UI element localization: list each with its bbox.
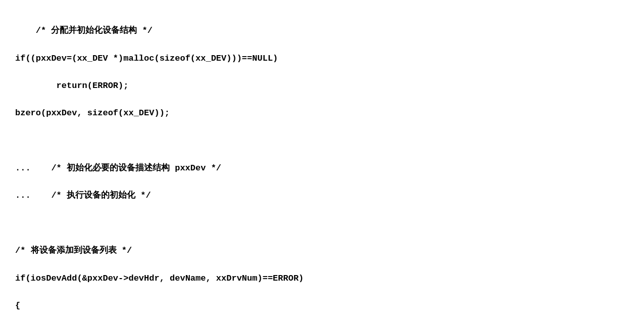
code-line-2: if((pxxDev=(xx_DEV *)malloc(sizeof(xx_DE… (15, 54, 278, 63)
code-line-5: ... /* 初始化必要的设备描述结构 pxxDev */ (15, 163, 221, 173)
code-line-7: /* 将设备添加到设备列表 */ (15, 246, 132, 255)
code-line-8: if(iosDevAdd(&pxxDev->devHdr, devName, x… (15, 274, 304, 283)
page-container: /* 分配并初始化设备结构 */ if((pxxDev=(xx_DEV *)ma… (0, 0, 644, 315)
code-line-9: { (15, 301, 20, 310)
code-line-1: /* 分配并初始化设备结构 */ (36, 26, 153, 35)
code-block: /* 分配并初始化设备结构 */ if((pxxDev=(xx_DEV *)ma… (15, 10, 629, 315)
code-line-6: ... /* 执行设备的初始化 */ (15, 191, 151, 200)
code-line-3: return(ERROR); (15, 81, 128, 91)
code-line-4: bzero(pxxDev, sizeof(xx_DEV)); (15, 108, 170, 118)
